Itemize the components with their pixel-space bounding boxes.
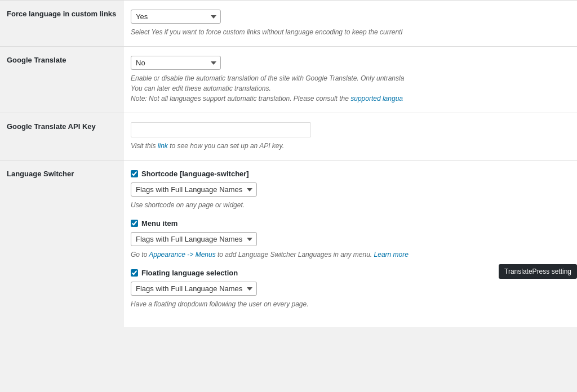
page-wrapper: Force language in custom links Yes No Se…	[0, 0, 577, 392]
appearance-menus-link[interactable]: Appearance -> Menus	[149, 251, 215, 259]
shortcode-checkbox-row: Shortcode [language-switcher]	[131, 170, 570, 178]
settings-table: Force language in custom links Yes No Se…	[0, 0, 577, 327]
shortcode-description: Use shortcode on any page or widget.	[131, 200, 570, 210]
shortcode-section: Shortcode [language-switcher] Flags with…	[131, 170, 570, 210]
row-language-switcher: Language Switcher Shortcode [language-sw…	[0, 161, 577, 328]
supported-languages-link[interactable]: supported langua	[350, 95, 403, 103]
google-translate-value-cell: No Yes Enable or disable the automatic t…	[124, 47, 577, 113]
floating-select-wrapper: Flags with Full Language Names Flags onl…	[131, 282, 570, 296]
translatepress-tooltip: TranslatePress setting	[499, 264, 577, 279]
force-language-select[interactable]: Yes No	[131, 10, 221, 24]
menu-item-section: Menu item Flags with Full Language Names…	[131, 219, 570, 260]
api-key-input-wrapper	[131, 122, 570, 137]
api-key-input[interactable]	[131, 122, 311, 137]
api-key-label: Google Translate API Key	[0, 113, 124, 161]
floating-checkbox[interactable]	[131, 269, 138, 277]
force-language-select-wrapper: Yes No	[131, 10, 570, 24]
force-language-label: Force language in custom links	[0, 1, 124, 47]
google-translate-select-wrapper: No Yes	[131, 56, 570, 70]
floating-description: Have a floating dropdown following the u…	[131, 299, 570, 309]
menu-item-select-wrapper: Flags with Full Language Names Flags onl…	[131, 232, 570, 246]
api-key-link[interactable]: link	[158, 142, 168, 150]
force-language-description: Select Yes if you want to force custom l…	[131, 27, 570, 37]
shortcode-display-select[interactable]: Flags with Full Language Names Flags onl…	[131, 182, 257, 197]
google-translate-label: Google Translate	[0, 47, 124, 113]
api-key-description: Visit this link to see how you can set u…	[131, 141, 570, 151]
google-translate-description: Enable or disable the automatic translat…	[131, 73, 570, 104]
menu-item-checkbox-row: Menu item	[131, 219, 570, 228]
shortcode-checkbox[interactable]	[131, 170, 138, 177]
google-translate-select[interactable]: No Yes	[131, 56, 221, 70]
learn-more-link[interactable]: Learn more	[374, 251, 409, 259]
menu-item-label: Menu item	[141, 219, 177, 228]
menu-item-description: Go to Appearance -> Menus to add Languag…	[131, 250, 570, 260]
row-api-key: Google Translate API Key Visit this link…	[0, 113, 577, 161]
row-google-translate: Google Translate No Yes Enable or disabl…	[0, 47, 577, 113]
api-key-value-cell: Visit this link to see how you can set u…	[124, 113, 577, 161]
floating-display-select[interactable]: Flags with Full Language Names Flags onl…	[131, 282, 257, 296]
floating-label: Floating language selection	[141, 269, 238, 277]
language-switcher-value-cell: Shortcode [language-switcher] Flags with…	[124, 161, 577, 328]
shortcode-label: Shortcode [language-switcher]	[141, 170, 249, 178]
shortcode-select-wrapper: Flags with Full Language Names Flags onl…	[131, 182, 570, 197]
menu-item-display-select[interactable]: Flags with Full Language Names Flags onl…	[131, 232, 257, 246]
row-force-language: Force language in custom links Yes No Se…	[0, 1, 577, 47]
language-switcher-label: Language Switcher	[0, 161, 124, 328]
force-language-value-cell: Yes No Select Yes if you want to force c…	[124, 1, 577, 47]
menu-item-checkbox[interactable]	[131, 220, 138, 227]
